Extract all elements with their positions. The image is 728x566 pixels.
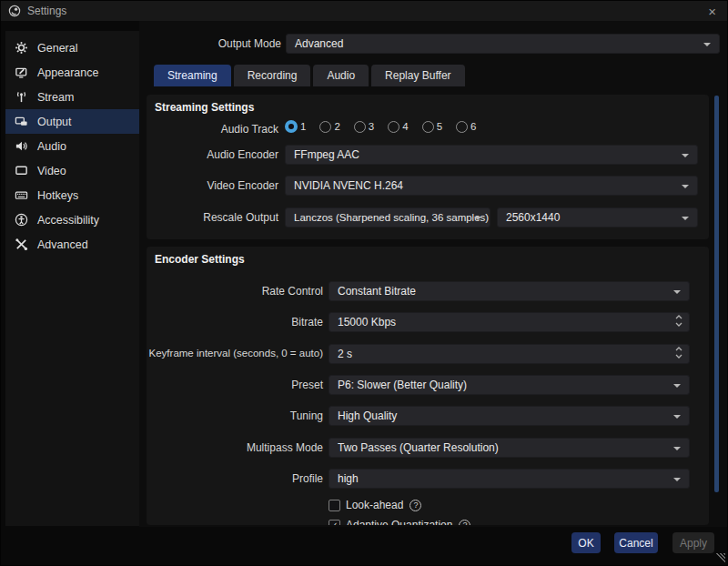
- apply-button[interactable]: Apply: [672, 532, 714, 553]
- bitrate-label: Bitrate: [147, 316, 323, 328]
- sidebar-item-output[interactable]: Output: [5, 109, 139, 134]
- sidebar-item-label: Advanced: [37, 238, 88, 251]
- rate-control-select[interactable]: Constant Bitrate: [329, 281, 690, 301]
- tab-streaming[interactable]: Streaming: [154, 65, 231, 86]
- sidebar-item-video[interactable]: Video: [5, 158, 139, 183]
- encoder-settings-card: Encoder Settings Rate Control Constant B…: [147, 247, 709, 525]
- sidebar-item-label: Video: [37, 165, 66, 177]
- output-icon: [15, 115, 28, 128]
- help-icon[interactable]: ?: [410, 500, 421, 511]
- audio-encoder-select[interactable]: FFmpeg AAC: [285, 145, 698, 165]
- accessibility-icon: [15, 213, 28, 227]
- audio-track-label: Audio Track: [147, 123, 278, 136]
- profile-label: Profile: [147, 472, 323, 485]
- radio-selected-icon: [285, 120, 298, 133]
- spinner-arrows-icon[interactable]: [675, 347, 682, 359]
- radio-icon: [388, 121, 399, 133]
- chevron-down-icon: [474, 217, 481, 220]
- settings-sidebar: General Appearance Stream Output Audio V…: [5, 31, 139, 526]
- speaker-icon: [15, 139, 28, 153]
- keyframe-interval-label: Keyframe interval (seconds, 0 = auto): [147, 348, 323, 359]
- multipass-mode-label: Multipass Mode: [147, 441, 323, 454]
- radio-icon: [319, 121, 331, 133]
- output-mode-value: Advanced: [295, 37, 343, 50]
- audio-track-4[interactable]: 4: [388, 121, 408, 133]
- adaptive-quantization-checkbox-row[interactable]: ✓ Adaptive Quantization ?: [329, 519, 470, 525]
- chevron-down-icon: [682, 154, 689, 157]
- vertical-scrollbar[interactable]: [714, 96, 719, 492]
- sidebar-item-accessibility[interactable]: Accessibility: [5, 207, 139, 232]
- sidebar-item-label: Appearance: [37, 66, 98, 79]
- checkbox-unchecked-icon[interactable]: [329, 500, 340, 511]
- obs-logo-icon: [8, 5, 21, 17]
- multipass-mode-select[interactable]: Two Passes (Quarter Resolution): [329, 438, 690, 458]
- keyboard-icon: [15, 188, 28, 202]
- chevron-down-icon: [703, 43, 711, 46]
- antenna-icon: [15, 90, 28, 104]
- help-icon[interactable]: ?: [459, 520, 470, 526]
- chevron-down-icon: [682, 217, 689, 220]
- chevron-down-icon: [673, 447, 681, 450]
- profile-select[interactable]: high: [329, 469, 690, 489]
- sidebar-item-label: Hotkeys: [37, 189, 78, 202]
- sidebar-item-advanced[interactable]: Advanced: [5, 232, 139, 257]
- audio-track-5[interactable]: 5: [422, 121, 442, 133]
- chevron-down-icon: [673, 290, 681, 294]
- keyframe-interval-spinner[interactable]: 2 s: [329, 344, 690, 364]
- sidebar-item-appearance[interactable]: Appearance: [5, 60, 139, 85]
- radio-icon: [422, 121, 434, 133]
- monitor-icon: [15, 164, 28, 177]
- ok-button[interactable]: OK: [571, 532, 601, 553]
- bitrate-spinner[interactable]: 15000 Kbps: [329, 312, 690, 332]
- output-tabs: Streaming Recording Audio Replay Buffer: [154, 65, 465, 86]
- sidebar-item-label: General: [37, 42, 77, 55]
- sidebar-item-label: Audio: [37, 140, 66, 153]
- spinner-arrows-icon[interactable]: [675, 315, 682, 327]
- encoder-settings-title: Encoder Settings: [155, 253, 245, 266]
- tuning-label: Tuning: [147, 409, 323, 422]
- window-title: Settings: [27, 5, 66, 17]
- video-encoder-select[interactable]: NVIDIA NVENC H.264: [285, 176, 698, 196]
- adaptive-quantization-label: Adaptive Quantization: [346, 519, 452, 525]
- streaming-settings-card: Streaming Settings Audio Track 1 2 3 4 5…: [147, 95, 709, 239]
- checkbox-checked-icon[interactable]: ✓: [329, 520, 340, 526]
- preset-label: Preset: [147, 379, 323, 391]
- sidebar-item-general[interactable]: General: [5, 35, 139, 60]
- radio-icon: [354, 121, 366, 133]
- chevron-down-icon: [673, 384, 681, 388]
- sidebar-item-label: Accessibility: [37, 214, 99, 227]
- appearance-icon: [15, 66, 28, 79]
- settings-window: Settings × General Appearance Stream Out…: [0, 0, 728, 566]
- chevron-down-icon: [682, 185, 689, 188]
- preset-select[interactable]: P6: Slower (Better Quality): [329, 375, 690, 395]
- sidebar-item-label: Stream: [37, 91, 74, 104]
- gear-icon: [15, 41, 28, 55]
- tab-recording[interactable]: Recording: [234, 65, 311, 86]
- audio-track-1[interactable]: 1: [285, 120, 306, 133]
- look-ahead-checkbox-row[interactable]: Look-ahead ?: [329, 499, 421, 511]
- chevron-down-icon: [673, 478, 681, 481]
- audio-track-radio-group: 1 2 3 4 5 6: [285, 120, 476, 133]
- tools-icon: [15, 238, 28, 251]
- radio-icon: [456, 121, 468, 133]
- tab-audio[interactable]: Audio: [313, 65, 369, 86]
- resize-grip[interactable]: [716, 553, 725, 562]
- sidebar-item-hotkeys[interactable]: Hotkeys: [5, 183, 139, 207]
- rescale-filter-select[interactable]: Lanczos (Sharpened scaling, 36 samples): [285, 207, 490, 227]
- sidebar-item-stream[interactable]: Stream: [5, 85, 139, 109]
- streaming-settings-title: Streaming Settings: [155, 101, 254, 114]
- audio-track-6[interactable]: 6: [456, 121, 476, 133]
- tab-replay-buffer[interactable]: Replay Buffer: [371, 65, 465, 86]
- close-icon[interactable]: ×: [703, 5, 722, 18]
- audio-track-3[interactable]: 3: [354, 121, 374, 133]
- rescale-resolution-select[interactable]: 2560x1440: [497, 207, 698, 227]
- sidebar-item-audio[interactable]: Audio: [5, 134, 139, 158]
- audio-track-2[interactable]: 2: [319, 121, 339, 133]
- audio-encoder-label: Audio Encoder: [147, 148, 278, 161]
- rescale-output-label: Rescale Output: [147, 211, 278, 224]
- output-mode-select[interactable]: Advanced: [286, 34, 720, 54]
- tuning-select[interactable]: High Quality: [329, 406, 690, 426]
- cancel-button[interactable]: Cancel: [614, 532, 658, 553]
- rate-control-label: Rate Control: [147, 285, 323, 298]
- sidebar-item-label: Output: [37, 116, 72, 128]
